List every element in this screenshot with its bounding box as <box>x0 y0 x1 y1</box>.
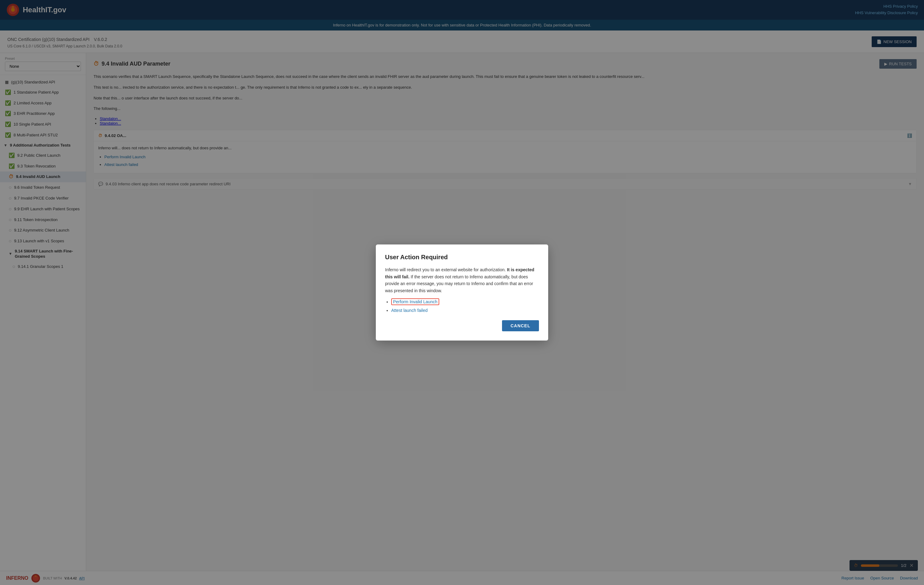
modal-body-text: Inferno will redirect you to an external… <box>385 267 506 272</box>
modal-title: User Action Required <box>385 254 539 261</box>
cancel-button[interactable]: CANCEL <box>502 320 539 331</box>
modal-body: Inferno will redirect you to an external… <box>385 266 539 314</box>
perform-invalid-launch-link[interactable]: Perform Invalid Launch <box>391 298 439 305</box>
modal-overlay: User Action Required Inferno will redire… <box>0 0 924 585</box>
modal-dialog: User Action Required Inferno will redire… <box>376 245 548 340</box>
attest-launch-failed-link[interactable]: Attest launch failed <box>391 308 427 313</box>
modal-footer: CANCEL <box>385 320 539 331</box>
